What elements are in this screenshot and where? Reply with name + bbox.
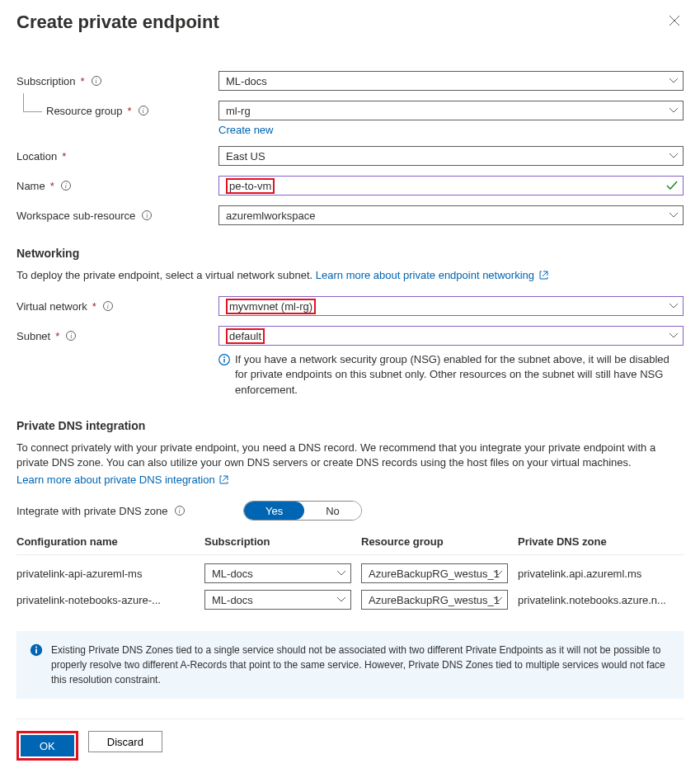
toggle-no[interactable]: No [304,502,361,520]
dns-config-table: Configuration name Subscription Resource… [16,535,684,610]
required-star: * [50,180,54,192]
resource-group-select[interactable]: ml-rg [218,101,684,120]
info-icon [218,354,230,398]
networking-desc: To deploy the private endpoint, select a… [16,269,316,281]
column-private-dns-zone: Private DNS zone [518,535,684,548]
workspace-subresource-label: Workspace sub-resource [16,210,135,222]
dns-zone-cell: privatelink.notebooks.azure.n... [518,594,684,606]
location-select[interactable]: East US [218,146,684,166]
location-label: Location [16,150,57,163]
workspace-subresource-value: azuremlworkspace [226,210,315,222]
row-resource-group-value: AzureBackupRG_westus_1 [369,568,500,580]
config-name-cell: privatelink-api-azureml-ms [16,568,204,580]
external-link-icon [539,268,548,283]
row-subscription-value: ML-docs [212,594,253,606]
virtual-network-value: myvmvnet (ml-rg) [226,299,316,314]
svg-rect-2 [223,359,224,363]
info-icon [30,643,43,687]
subscription-value: ML-docs [226,75,267,87]
column-subscription: Subscription [204,535,361,548]
page-title: Create private endpoint [16,12,219,33]
toggle-yes[interactable]: Yes [244,502,304,520]
table-row: privatelink-api-azureml-ms ML-docs Azure… [16,563,684,583]
info-icon[interactable]: i [175,506,185,516]
virtual-network-select[interactable]: myvmvnet (ml-rg) [218,296,684,316]
discard-button[interactable]: Discard [88,731,162,752]
svg-point-4 [35,647,37,648]
dns-warning-text: Existing Private DNS Zones tied to a sin… [51,643,670,687]
svg-rect-5 [35,649,37,653]
column-resource-group: Resource group [361,535,518,548]
name-label: Name [16,180,45,192]
workspace-subresource-select[interactable]: azuremlworkspace [218,205,684,225]
info-icon[interactable]: i [139,106,148,115]
location-value: East US [226,150,265,163]
create-new-link[interactable]: Create new [218,124,273,136]
subnet-value: default [226,328,265,344]
required-star: * [81,75,85,87]
subnet-nsg-info: If you have a network security group (NS… [235,352,684,398]
row-subscription-select[interactable]: ML-docs [204,563,351,583]
info-icon[interactable]: i [92,76,101,86]
virtual-network-label: Virtual network [16,300,87,313]
info-icon[interactable]: i [61,181,71,191]
resource-group-value: ml-rg [226,105,251,117]
integrate-dns-label: Integrate with private DNS zone [16,505,168,517]
required-star: * [92,300,96,313]
required-star: * [128,105,132,117]
ok-button[interactable]: OK [21,735,74,756]
svg-point-1 [223,356,225,358]
config-name-cell: privatelink-notebooks-azure-... [16,594,204,606]
row-subscription-value: ML-docs [212,568,253,580]
external-link-icon [219,474,228,486]
name-value: pe-to-vm [226,178,275,194]
row-resource-group-select[interactable]: AzureBackupRG_westus_1 [361,590,508,610]
row-subscription-select[interactable]: ML-docs [204,590,351,610]
row-resource-group-value: AzureBackupRG_westus_1 [369,594,500,606]
table-row: privatelink-notebooks-azure-... ML-docs … [16,590,684,610]
networking-learn-more-link[interactable]: Learn more about private endpoint networ… [316,269,548,281]
required-star: * [55,330,59,342]
dns-zone-cell: privatelink.api.azureml.ms [518,568,684,580]
subnet-select[interactable]: default [218,326,684,346]
resource-group-label: Resource group [46,105,123,117]
valid-check-icon [666,181,678,191]
dns-learn-more-link[interactable]: Learn more about private DNS integration [16,474,228,486]
required-star: * [62,150,66,163]
row-resource-group-select[interactable]: AzureBackupRG_westus_1 [361,563,508,583]
dns-heading: Private DNS integration [16,419,684,432]
dns-warning-callout: Existing Private DNS Zones tied to a sin… [16,631,684,699]
info-icon[interactable]: i [66,331,76,341]
subscription-select[interactable]: ML-docs [218,71,684,91]
integrate-dns-toggle[interactable]: Yes No [243,501,362,521]
subscription-label: Subscription [16,75,76,87]
column-config-name: Configuration name [16,535,204,548]
networking-heading: Networking [16,247,684,260]
name-input[interactable]: pe-to-vm [218,176,684,196]
subnet-label: Subnet [16,330,50,342]
dns-desc: To connect privately with your private e… [16,441,655,469]
close-icon[interactable] [665,12,684,30]
info-icon[interactable]: i [142,210,152,220]
info-icon[interactable]: i [103,301,113,311]
